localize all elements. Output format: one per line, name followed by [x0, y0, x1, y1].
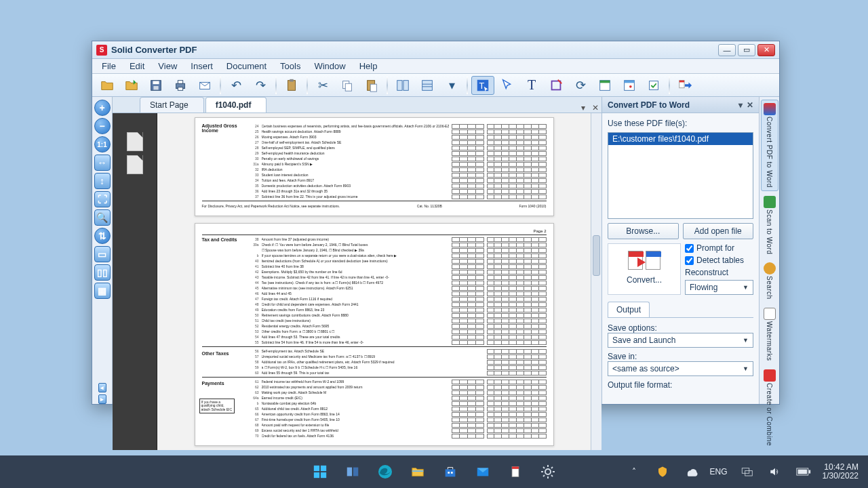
form-button[interactable] [642, 76, 665, 95]
text-select-tool[interactable]: T [471, 76, 494, 95]
print-button[interactable] [169, 76, 192, 95]
form-line: 52Residential energy credits. Attach For… [250, 323, 547, 329]
page-thumbnail[interactable] [127, 155, 143, 174]
close-button[interactable]: ✕ [757, 44, 775, 56]
undo-button[interactable]: ↶ [224, 76, 248, 95]
text-tool[interactable]: T [520, 76, 543, 95]
convert-button-card[interactable]: Convert... [608, 243, 681, 295]
start-button[interactable] [311, 462, 330, 481]
add-open-file-button[interactable]: Add open file [683, 223, 754, 239]
clipboard-button[interactable] [280, 76, 303, 95]
explorer-icon[interactable] [408, 462, 427, 481]
copy-button[interactable] [336, 76, 359, 95]
pointer-tool[interactable] [496, 76, 519, 95]
prev-page-button[interactable]: ◂ [98, 383, 106, 392]
taskbar-clock[interactable]: 10:42 AM 1/30/2022 [823, 463, 859, 481]
rotate-button[interactable]: ⟳ [569, 76, 592, 95]
next-page-button[interactable]: ▸ [98, 394, 106, 404]
menu-file[interactable]: File [96, 60, 121, 73]
store-icon[interactable] [441, 462, 460, 481]
checkbox[interactable] [685, 256, 694, 265]
single-page-view-button[interactable]: ▭ [94, 246, 111, 262]
save-options-select[interactable]: Save and Launch▼ [608, 333, 753, 348]
settings-icon[interactable] [538, 462, 557, 481]
redo-button[interactable]: ↷ [249, 76, 272, 95]
convert-button[interactable] [673, 76, 696, 95]
side-convert-pdf-to-word[interactable]: Convert PDF to Word [761, 100, 778, 191]
side-create-combine[interactable]: Create or Combine [761, 366, 778, 449]
save-button[interactable] [144, 76, 167, 95]
crop-tool[interactable] [545, 76, 568, 95]
two-page-view-button[interactable]: ▯▯ [94, 264, 111, 281]
menu-help[interactable]: Help [354, 60, 383, 73]
open-button[interactable] [96, 76, 119, 95]
language-indicator[interactable]: ENG [710, 467, 728, 476]
menu-window[interactable]: Window [309, 60, 351, 73]
header-footer-button[interactable] [593, 76, 616, 95]
cut-button[interactable]: ✂ [311, 76, 334, 95]
paste-button[interactable] [360, 76, 383, 95]
form-line: 70Credit for federal tax on fuels. Attac… [250, 433, 547, 439]
opt-prompt[interactable]: Prompt for [685, 243, 753, 253]
minimize-button[interactable]: — [718, 44, 736, 56]
actual-size-button[interactable]: 1:1 [94, 136, 111, 152]
menu-document[interactable]: Document [221, 60, 272, 73]
new-button[interactable] [120, 76, 143, 95]
vertical-scrollbar[interactable] [591, 113, 601, 450]
svg-line-51 [543, 475, 545, 476]
continuous-button[interactable]: ▾ [440, 76, 463, 95]
page-view[interactable]: Adjusted Gross Income 24Certain business… [157, 113, 591, 450]
browse-button[interactable]: Browse... [608, 223, 679, 239]
taskbar[interactable]: ˄ ENG 10:42 AM 1/30/2022 [0, 455, 868, 488]
save-in-select[interactable]: <same as source>▼ [608, 361, 753, 376]
fit-page-button[interactable]: ⛶ [94, 191, 111, 207]
volume-icon[interactable] [766, 462, 785, 481]
onedrive-icon[interactable] [682, 462, 701, 481]
form-line: 69Excess social security and tier 1 RRTA… [250, 428, 547, 433]
fit-height-button[interactable]: ↕ [94, 173, 111, 189]
file-list-item[interactable]: E:\customer files\f1040.pdf [608, 133, 753, 145]
menu-edit[interactable]: Edit [124, 60, 150, 73]
menu-view[interactable]: View [153, 60, 182, 73]
tab-start-page[interactable]: Start Page [140, 97, 204, 113]
menu-tools[interactable]: Tools [275, 60, 306, 73]
security-icon[interactable] [653, 462, 672, 481]
titlebar[interactable]: S Solid Converter PDF — ▭ ✕ [92, 41, 779, 59]
taskview-button[interactable] [343, 462, 362, 481]
opt-detect[interactable]: Detect tables [685, 256, 753, 265]
single-page-button[interactable] [416, 76, 439, 95]
scrollbar-thumb[interactable] [593, 235, 600, 276]
panel-dropdown-icon[interactable]: ▾ [738, 100, 743, 110]
tab-close-icon[interactable]: ✕ [589, 103, 601, 113]
thumbnail-view-button[interactable]: ▦ [94, 283, 111, 299]
checkbox[interactable] [685, 244, 694, 253]
panel-close-icon[interactable]: ✕ [747, 100, 753, 110]
tab-document[interactable]: f1040.pdf [205, 97, 267, 113]
menu-insert[interactable]: Insert [185, 60, 218, 73]
zoom-in-button[interactable]: + [94, 100, 111, 116]
side-watermarks[interactable]: Watermarks [761, 304, 778, 365]
page-thumbnail[interactable] [127, 132, 143, 151]
marquee-zoom-button[interactable]: 🔍 [94, 209, 111, 226]
output-tab[interactable]: Output [608, 302, 650, 317]
side-search[interactable]: Search [761, 259, 778, 303]
panel-titlebar[interactable]: Convert PDF to Word ▾ ✕ [602, 97, 759, 113]
app-taskbar-icon[interactable] [506, 462, 525, 481]
two-page-button[interactable] [391, 76, 414, 95]
zoom-out-button[interactable]: − [94, 118, 111, 134]
tray-chevron-icon[interactable]: ˄ [625, 462, 644, 481]
email-button[interactable] [193, 76, 216, 95]
watermark-button[interactable] [618, 76, 641, 95]
network-icon[interactable] [737, 462, 756, 481]
file-list[interactable]: E:\customer files\f1040.pdf [608, 132, 753, 219]
nav-button[interactable]: ⇅ [94, 228, 111, 244]
mail-icon[interactable] [473, 462, 492, 481]
side-scan-to-word[interactable]: Scan to Word [761, 192, 778, 258]
maximize-button[interactable]: ▭ [738, 44, 755, 56]
thumbnail-pane[interactable] [113, 113, 157, 450]
battery-icon[interactable] [794, 462, 813, 481]
edge-icon[interactable] [376, 462, 395, 481]
tab-dropdown-icon[interactable]: ▾ [577, 103, 589, 113]
reconstruct-mode-select[interactable]: Flowing▼ [685, 280, 753, 295]
fit-width-button[interactable]: ↔ [94, 155, 111, 171]
